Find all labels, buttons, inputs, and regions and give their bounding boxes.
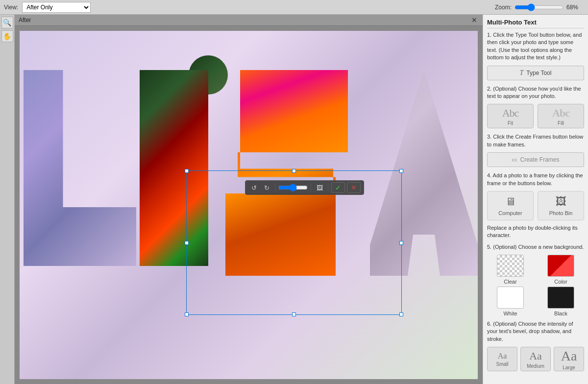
type-tool-button[interactable]: T Type Tool: [487, 66, 584, 80]
white-swatch: [497, 287, 524, 309]
abc-fill-text: Abc: [552, 107, 569, 120]
canvas-close-button[interactable]: ✕: [470, 16, 479, 24]
confirm-transform-button[interactable]: ✓: [331, 182, 345, 193]
photo-bin-label: Photo Bin: [549, 210, 573, 216]
toolbar-divider-2: [311, 183, 311, 192]
color-background-button[interactable]: Color: [538, 255, 584, 285]
type-tool-icon: T: [520, 69, 524, 77]
abc-fill-button[interactable]: Abc Fill: [538, 104, 584, 128]
letter-L[interactable]: [24, 70, 136, 266]
clear-background-button[interactable]: Clear: [487, 255, 534, 285]
letter-I-fill: [140, 70, 208, 266]
abc-fit-text: Abc: [502, 107, 519, 120]
color-swatch-label: Color: [554, 279, 567, 285]
small-aa-label: Small: [496, 361, 508, 367]
photo-canvas: ↺ ↻ 🖼 ✓ ✕: [20, 31, 478, 379]
canvas-after-label: After: [19, 17, 31, 24]
transform-toolbar: ↺ ↻ 🖼 ✓ ✕: [245, 180, 364, 195]
large-intensity-button[interactable]: Aa Large: [554, 347, 584, 371]
rotate-ccw-button[interactable]: ↺: [248, 182, 259, 193]
large-aa-text: Aa: [561, 348, 577, 364]
black-swatch-label: Black: [554, 311, 567, 316]
add-photo-button[interactable]: 🖼: [314, 182, 325, 193]
cancel-transform-button[interactable]: ✕: [347, 182, 361, 193]
letter-A-fill: [370, 70, 478, 276]
step6-instruction: 6. (Optional) Choose the intensity of yo…: [487, 320, 584, 343]
letter-S-fill: [225, 70, 348, 276]
black-swatch: [547, 287, 574, 309]
left-toolbox: 🔍 ✋: [0, 15, 15, 384]
zoom-slider[interactable]: [514, 3, 564, 11]
step2-instruction: 2. (Optional) Choose how you'd like the …: [487, 85, 584, 100]
clear-swatch: [497, 255, 524, 277]
transform-slider[interactable]: [278, 184, 308, 192]
small-intensity-button[interactable]: Aa Small: [487, 347, 517, 371]
photo-source-row: 🖥 Computer 🖼 Photo Bin: [487, 191, 584, 220]
text-style-row: Abc Fit Abc Fill: [487, 104, 584, 128]
canvas-header: After ✕: [15, 15, 483, 26]
photo-bin-icon: 🖼: [556, 195, 566, 208]
white-background-button[interactable]: White: [487, 287, 534, 316]
hand-tool-button[interactable]: ✋: [1, 30, 13, 42]
magnify-tool-button[interactable]: 🔍: [1, 17, 13, 28]
panel-title: Multi-Photo Text: [487, 19, 584, 28]
medium-intensity-button[interactable]: Aa Medium: [520, 347, 551, 371]
letter-I[interactable]: [140, 70, 208, 266]
medium-aa-label: Medium: [527, 363, 544, 369]
create-frames-label: Create Frames: [520, 156, 559, 163]
background-swatch-row-2: White Black: [487, 287, 584, 316]
color-swatch: [547, 255, 574, 277]
step5-instruction: 5. (Optional) Choose a new background.: [487, 243, 584, 251]
computer-source-button[interactable]: 🖥 Computer: [487, 191, 534, 220]
abc-fit-button[interactable]: Abc Fit: [487, 104, 534, 128]
create-frames-button[interactable]: ▭ Create Frames: [487, 152, 584, 167]
zoom-section: Zoom: 68%: [495, 3, 584, 11]
toolbar-divider-1: [275, 183, 275, 192]
clear-swatch-label: Clear: [504, 279, 516, 285]
abc-fill-label: Fill: [558, 120, 564, 126]
right-panel: Multi-Photo Text 1. Click the Type Tool …: [483, 15, 588, 384]
letter-L-fill: [24, 70, 136, 266]
step4-instruction: 4. Add a photo to a frame by clicking th…: [487, 172, 584, 187]
background-swatch-row-1: Clear Color: [487, 255, 584, 285]
main-area: 🔍 ✋ After ✕: [0, 15, 588, 384]
letter-A[interactable]: [370, 70, 478, 276]
small-aa-text: Aa: [498, 352, 507, 360]
replace-note: Replace a photo by double-clicking its c…: [487, 224, 584, 240]
letter-S[interactable]: [225, 70, 348, 276]
white-swatch-label: White: [503, 311, 517, 316]
canvas-wrapper: After ✕: [15, 15, 483, 384]
toolbar-divider-3: [328, 183, 328, 192]
main-toolbar: View: After Only Before Only Before & Af…: [0, 0, 588, 15]
black-background-button[interactable]: Black: [538, 287, 584, 316]
zoom-label: Zoom:: [495, 4, 512, 11]
computer-label: Computer: [498, 210, 522, 216]
photo-bin-source-button[interactable]: 🖼 Photo Bin: [538, 191, 584, 220]
rotate-cw-button[interactable]: ↻: [261, 182, 272, 193]
large-aa-label: Large: [563, 365, 575, 370]
type-tool-label: Type Tool: [526, 70, 551, 76]
intensity-row: Aa Small Aa Medium Aa Large: [487, 347, 584, 371]
medium-aa-text: Aa: [529, 350, 542, 362]
canvas-area[interactable]: ↺ ↻ 🖼 ✓ ✕: [15, 26, 483, 384]
step3-instruction: 3. Click the Create Frames button below …: [487, 133, 584, 148]
view-select[interactable]: After Only Before Only Before & After - …: [22, 2, 91, 13]
view-label: View:: [4, 4, 18, 11]
computer-icon: 🖥: [505, 195, 516, 208]
abc-fit-label: Fit: [508, 120, 513, 126]
zoom-percentage: 68%: [566, 4, 584, 11]
step1-instruction: 1. Click the Type Tool button below, and…: [487, 31, 584, 62]
create-frames-icon: ▭: [512, 156, 517, 163]
